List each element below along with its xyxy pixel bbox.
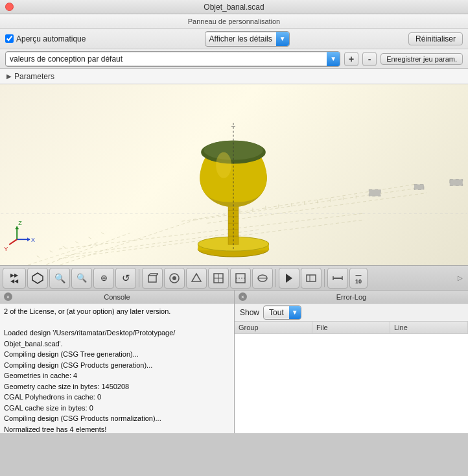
console-line: Geometry cache size in bytes: 1450208	[4, 381, 230, 392]
console-line: CGAL Polyhedrons in cache: 0	[4, 392, 230, 403]
errorlog-toolbar: Show Tout ▼	[235, 303, 468, 322]
errorlog-th-file: File	[312, 322, 390, 333]
tool-search-minus[interactable]: 🔍	[71, 268, 92, 289]
afficher-dropdown-arrow[interactable]: ▼	[276, 32, 289, 46]
apercu-checkbox-label[interactable]: Aperçu automatique	[5, 34, 86, 43]
tool-render2-btn[interactable]	[301, 268, 322, 289]
console-line: Loaded design '/Users/ritamatar/Desktop/…	[4, 327, 230, 339]
toolbar-separator-3	[324, 269, 325, 287]
svg-text:Y: Y	[4, 246, 8, 252]
tool-numbertick-btn[interactable]: — 10	[349, 268, 368, 289]
3d-viewport[interactable]: X Z Y	[0, 84, 468, 266]
tool-right-view[interactable]	[208, 268, 229, 289]
tool-3d-icon[interactable]	[27, 268, 48, 289]
errorlog-close-button[interactable]: ×	[239, 292, 247, 301]
console-header: × Console	[0, 291, 234, 303]
afficher-dropdown-text: Afficher les détails	[205, 33, 276, 45]
tool-left-view[interactable]	[230, 268, 251, 289]
plus-button[interactable]: +	[344, 52, 358, 66]
reinitialiser-button[interactable]: Réinitialiser	[408, 32, 463, 45]
console-close-button[interactable]: ×	[4, 292, 12, 301]
enregistrer-button[interactable]: Enregistrer jeu param.	[380, 53, 463, 65]
svg-rect-32	[228, 200, 239, 244]
console-line: Objet_banal.scad'.	[4, 339, 230, 350]
console-content[interactable]: 2 of the License, or (at your option) an…	[0, 303, 234, 433]
params-triangle-icon: ▶	[6, 73, 12, 80]
toolbar-separator-2	[275, 269, 276, 287]
close-button[interactable]	[5, 3, 14, 11]
svg-line-19	[10, 220, 194, 265]
params-row[interactable]: ▶ Parameters	[0, 69, 468, 84]
svg-line-22	[36, 256, 40, 257]
title-bar: Objet_banal.scad	[0, 0, 468, 14]
design-dropdown-text: valeurs de conception par défaut	[6, 53, 327, 65]
svg-marker-63	[236, 274, 245, 283]
svg-rect-18	[414, 184, 424, 189]
minus-button[interactable]: -	[362, 52, 377, 66]
svg-line-50	[9, 239, 17, 244]
svg-text:Z: Z	[18, 220, 22, 226]
svg-marker-45	[27, 237, 30, 241]
design-dropdown[interactable]: valeurs de conception par défaut ▼	[5, 51, 340, 67]
console-line: Compiling design (CSG Tree generation)..…	[4, 349, 230, 360]
svg-line-23	[49, 250, 53, 252]
console-line	[4, 317, 230, 328]
svg-line-24	[62, 246, 65, 248]
panneau-bar: Panneau de personnalisation	[0, 14, 468, 29]
svg-rect-53	[148, 276, 156, 282]
tool-rotate[interactable]: ↺	[115, 268, 136, 289]
tout-dropdown[interactable]: Tout ▼	[263, 305, 301, 320]
svg-line-26	[88, 237, 91, 239]
tool-zoom-fit[interactable]: ⊕	[93, 268, 114, 289]
tool-render-btn[interactable]	[279, 268, 299, 289]
console-panel: × Console 2 of the License, or (at your …	[0, 291, 235, 433]
bottom-toolbar: ▶▶ ◀◀ 🔍 🔍 ⊕ ↺ — 10 ▷	[0, 266, 468, 291]
tool-bottom-view[interactable]	[252, 268, 273, 289]
window-title: Objet_banal.scad	[204, 3, 264, 12]
errorlog-th-group: Group	[235, 322, 312, 333]
errorlog-th-line: Line	[390, 322, 468, 333]
tool-front-view[interactable]	[164, 268, 185, 289]
panneau-title: Panneau de personnalisation	[188, 18, 281, 25]
svg-point-41	[216, 152, 231, 178]
console-title: Console	[104, 293, 130, 301]
tout-dropdown-arrow[interactable]: ▼	[289, 306, 301, 319]
apercu-checkbox[interactable]	[5, 34, 14, 43]
console-line: CGAL cache size in bytes: 0	[4, 403, 230, 414]
design-dropdown-arrow[interactable]: ▼	[327, 52, 340, 66]
tool-ruler[interactable]	[327, 268, 348, 289]
svg-marker-67	[286, 274, 292, 283]
svg-marker-59	[192, 274, 201, 281]
console-line: Compiling design (CSG Products normaliza…	[4, 413, 230, 424]
svg-rect-17	[369, 189, 380, 196]
toolbar-row1: Aperçu automatique Afficher les détails …	[0, 29, 468, 49]
tout-dropdown-text: Tout	[264, 307, 289, 318]
svg-point-58	[172, 276, 176, 280]
svg-line-25	[75, 241, 78, 243]
tool-search-plus[interactable]: 🔍	[49, 268, 70, 289]
show-label: Show	[240, 308, 259, 317]
svg-marker-52	[32, 273, 43, 283]
params-label: Parameters	[14, 72, 54, 81]
tool-top-view[interactable]	[186, 268, 207, 289]
window-controls[interactable]	[5, 3, 14, 11]
svg-line-21	[17, 243, 98, 265]
errorlog-header: × Error-Log	[235, 291, 468, 303]
console-line: 2 of the License, or (at your option) an…	[4, 306, 230, 317]
viewport-svg: X Z Y	[0, 84, 468, 265]
svg-rect-28	[450, 179, 463, 185]
toolbar-expand-icon[interactable]: ▷	[458, 274, 465, 281]
afficher-dropdown[interactable]: Afficher les détails ▼	[205, 31, 290, 47]
console-line: Geometries in cache: 4	[4, 370, 230, 381]
errorlog-panel: × Error-Log Show Tout ▼ Group File Line	[235, 291, 468, 433]
console-line: Compiling design (CSG Products generatio…	[4, 360, 230, 371]
errorlog-title: Error-Log	[336, 293, 366, 301]
tool-perspective[interactable]	[142, 268, 163, 289]
params-toggle[interactable]: ▶ Parameters	[6, 72, 54, 81]
errorlog-table: Group File Line	[235, 322, 468, 433]
apercu-label: Aperçu automatique	[16, 34, 86, 43]
svg-marker-48	[15, 226, 19, 229]
toolbar-separator-1	[139, 269, 139, 287]
errorlog-thead: Group File Line	[235, 322, 468, 334]
tool-double-btn[interactable]: ▶▶ ◀◀	[3, 268, 26, 289]
